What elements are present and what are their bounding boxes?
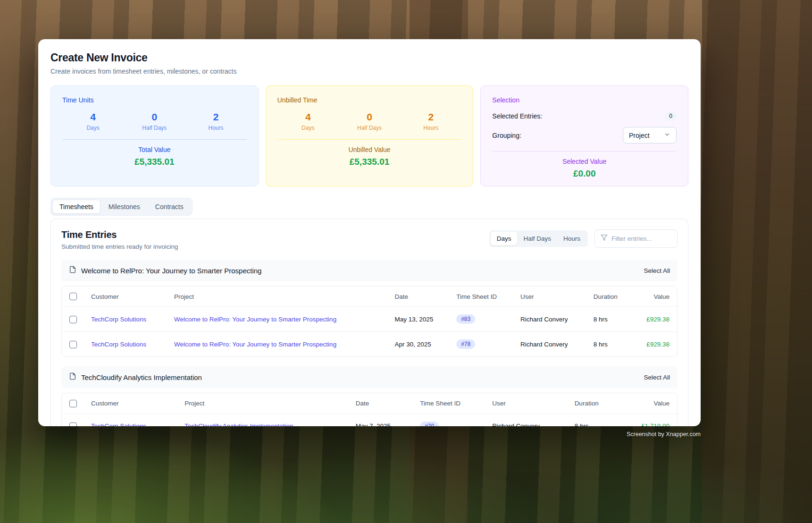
value-cell: £929.38 xyxy=(632,307,677,332)
time-entries-title: Time Entries xyxy=(61,229,178,240)
column-header: Project xyxy=(180,393,351,413)
document-icon xyxy=(69,266,76,275)
tab-contracts[interactable]: Contracts xyxy=(148,200,191,214)
selected-entries-row: Selected Entries: 0 xyxy=(492,111,677,121)
selected-value-amount: £0.00 xyxy=(492,169,677,179)
select-all-link[interactable]: Select All xyxy=(644,267,670,274)
watermark: Screenshot by Xnapper.com xyxy=(627,431,701,438)
stat-value: 2 xyxy=(400,111,461,123)
time-units-card: Time Units 4 Days 0 Half Days 2 Hours xyxy=(50,85,259,186)
group-table: CustomerProjectDateTime Sheet IDUserDura… xyxy=(61,286,678,357)
stat-half-days: 0 Half Days xyxy=(124,111,185,131)
project-cell: TechCloudify Analytics Implementation xyxy=(180,413,351,426)
header-checkbox-cell xyxy=(62,393,86,413)
filter-input[interactable] xyxy=(611,235,671,242)
customer-link[interactable]: TechCorp Solutions xyxy=(91,422,146,426)
stat-days: 4 Days xyxy=(62,111,124,131)
stat-half-days: 0 Half Days xyxy=(339,111,400,131)
table-row: TechCorp Solutions TechCloudify Analytic… xyxy=(62,413,677,426)
customer-link[interactable]: TechCorp Solutions xyxy=(91,341,146,348)
grouping-select[interactable]: Project xyxy=(623,127,677,143)
select-all-link[interactable]: Select All xyxy=(644,374,670,381)
stat-label: Half Days xyxy=(339,125,400,131)
column-header: Date xyxy=(390,287,452,307)
stat-label: Hours xyxy=(400,125,461,131)
column-header: Project xyxy=(169,287,390,307)
project-link[interactable]: Welcome to RelPro: Your Journey to Smart… xyxy=(174,316,336,323)
unbilled-title: Unbilled Time xyxy=(277,96,462,104)
row-checkbox-cell xyxy=(62,307,86,332)
time-units-stats: 4 Days 0 Half Days 2 Hours xyxy=(62,111,247,131)
column-header: Duration xyxy=(570,393,619,413)
desktop-background: Create New Invoice Create invoices from … xyxy=(0,0,812,523)
group-title: TechCloudify Analytics Implementation xyxy=(81,373,639,381)
filter-input-wrap xyxy=(594,229,678,248)
timesheet-id-cell: #70 xyxy=(415,413,487,426)
stat-value: 0 xyxy=(124,111,185,123)
unbilled-stats: 4 Days 0 Half Days 2 Hours xyxy=(277,111,462,131)
stat-label: Half Days xyxy=(124,125,185,131)
timesheet-id-cell: #78 xyxy=(452,332,516,357)
divider xyxy=(62,139,247,140)
date-cell: May 13, 2025 xyxy=(390,307,452,332)
time-entries-panel: Time Entries Submitted time entries read… xyxy=(50,219,688,426)
row-checkbox[interactable] xyxy=(69,341,77,348)
select-all-checkbox[interactable] xyxy=(69,400,77,407)
customer-cell: TechCorp Solutions xyxy=(86,332,169,357)
column-header: Customer xyxy=(86,287,169,307)
row-checkbox[interactable] xyxy=(69,316,77,323)
column-header: Value xyxy=(632,287,677,307)
group-header: Welcome to RelPro: Your Journey to Smart… xyxy=(61,260,678,281)
chevron-down-icon xyxy=(664,131,670,139)
table-header-row: CustomerProjectDateTime Sheet IDUserDura… xyxy=(62,287,677,307)
customer-cell: TechCorp Solutions xyxy=(86,307,169,332)
duration-cell: 8 hrs xyxy=(589,307,632,332)
column-header: User xyxy=(516,287,589,307)
select-all-checkbox[interactable] xyxy=(69,293,77,300)
customer-link[interactable]: TechCorp Solutions xyxy=(91,316,146,323)
grouping-row: Grouping: Project xyxy=(492,127,677,143)
entry-groups: Welcome to RelPro: Your Journey to Smart… xyxy=(61,260,678,426)
grouping-selected-value: Project xyxy=(629,132,650,139)
source-tabs: Timesheets Milestones Contracts xyxy=(50,198,193,216)
project-link[interactable]: Welcome to RelPro: Your Journey to Smart… xyxy=(174,341,336,348)
unbilled-value-block: Unbilled Value £5,335.01 xyxy=(277,146,462,167)
selected-value-block: Selected Value £0.00 xyxy=(492,158,677,179)
divider xyxy=(277,139,462,140)
date-cell: May 7, 2025 xyxy=(351,413,415,426)
total-value-block: Total Value £5,335.01 xyxy=(62,146,247,167)
total-value-amount: £5,335.01 xyxy=(62,157,247,167)
unit-toggle-days[interactable]: Days xyxy=(491,232,518,245)
row-checkbox-cell xyxy=(62,413,86,426)
divider xyxy=(492,151,677,152)
project-link[interactable]: TechCloudify Analytics Implementation xyxy=(184,422,293,426)
column-header: Duration xyxy=(589,287,632,307)
panel-controls: Days Half Days Hours xyxy=(489,229,678,248)
row-checkbox-cell xyxy=(62,332,86,357)
column-header: Time Sheet ID xyxy=(415,393,487,413)
filter-icon xyxy=(601,234,608,243)
selection-card: Selection Selected Entries: 0 Grouping: … xyxy=(480,85,688,186)
tab-timesheets[interactable]: Timesheets xyxy=(52,200,100,214)
user-cell: Richard Convery xyxy=(487,413,569,426)
page-subtitle: Create invoices from timesheet entries, … xyxy=(50,67,688,75)
stat-days: 4 Days xyxy=(277,111,339,131)
unbilled-time-card: Unbilled Time 4 Days 0 Half Days 2 Hours xyxy=(266,85,474,186)
timesheet-id-badge: #83 xyxy=(456,314,475,324)
customer-cell: TechCorp Solutions xyxy=(86,413,180,426)
row-checkbox[interactable] xyxy=(69,422,77,426)
time-entries-subtitle: Submitted time entries ready for invoici… xyxy=(61,243,178,250)
create-invoice-window: Create New Invoice Create invoices from … xyxy=(38,39,701,426)
panel-title-block: Time Entries Submitted time entries read… xyxy=(61,229,178,250)
unbilled-value-label: Unbilled Value xyxy=(277,146,462,153)
selected-value-label: Selected Value xyxy=(492,158,677,165)
entry-group: TechCloudify Analytics Implementation Se… xyxy=(61,366,678,426)
grouping-label: Grouping: xyxy=(492,132,521,139)
unit-toggle-half-days[interactable]: Half Days xyxy=(517,232,557,245)
tab-milestones[interactable]: Milestones xyxy=(101,200,147,214)
duration-cell: 8 hrs xyxy=(570,413,619,426)
unit-toggle-hours[interactable]: Hours xyxy=(557,232,586,245)
timesheet-id-badge: #78 xyxy=(456,339,475,349)
duration-cell: 8 hrs xyxy=(589,332,632,357)
stat-label: Days xyxy=(277,125,339,131)
